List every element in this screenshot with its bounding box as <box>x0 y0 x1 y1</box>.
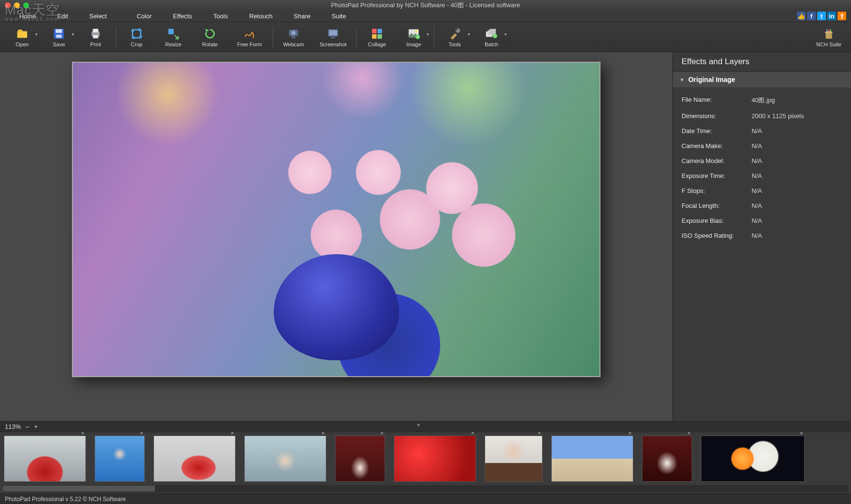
svg-rect-13 <box>329 30 337 35</box>
menu-suite[interactable]: Suite <box>321 11 357 22</box>
metadata-list: File Name:40图.jpgDimensions:2000 x 1125 … <box>673 87 851 248</box>
svg-rect-8 <box>168 28 174 34</box>
image-label: Image <box>406 41 421 47</box>
filmstrip: ×××××××××× <box>0 432 851 493</box>
close-icon[interactable]: × <box>627 432 633 436</box>
toolbar: Open▾Save▾PrintCropResizeRotateFree Form… <box>0 22 851 52</box>
menubar: HomeEditSelectColorEffectsToolsRetouchSh… <box>0 11 851 22</box>
open-label: Open <box>16 41 29 47</box>
webcam-label: Webcam <box>283 41 304 47</box>
meta-value: N/A <box>752 157 762 164</box>
close-icon[interactable]: × <box>798 432 805 436</box>
tools-label: Tools <box>448 41 461 47</box>
canvas-area[interactable] <box>0 52 672 421</box>
nchsuite-button[interactable]: NCH Suite <box>810 23 847 51</box>
chevron-down-icon: ▾ <box>72 32 74 37</box>
meta-row: File Name:40图.jpg <box>682 92 842 109</box>
meta-row: ISO Speed Rating:N/A <box>682 228 842 243</box>
thumbnail[interactable]: × <box>95 436 145 482</box>
close-icon[interactable]: × <box>469 432 476 436</box>
close-icon[interactable]: × <box>685 432 692 436</box>
menu-retouch[interactable]: Retouch <box>238 11 283 22</box>
maximize-icon[interactable] <box>23 2 29 8</box>
toolbar-separator <box>356 27 357 48</box>
minimize-icon[interactable] <box>14 2 20 8</box>
meta-value: 2000 x 1125 pixels <box>752 112 804 120</box>
thumbnail[interactable]: × <box>485 436 543 482</box>
meta-row: Date Time:N/A <box>682 123 842 138</box>
status-bar: PhotoPad Professional v 5.22 © NCH Softw… <box>0 493 851 504</box>
zoom-percent: 113% <box>5 423 21 430</box>
svg-rect-5 <box>93 28 98 32</box>
close-icon[interactable]: × <box>320 432 326 436</box>
thumbnail[interactable]: × <box>4 436 86 482</box>
svg-rect-11 <box>292 36 295 38</box>
tools-button[interactable]: Tools▾ <box>436 23 473 51</box>
menu-share[interactable]: Share <box>283 11 321 22</box>
resize-button[interactable]: Resize <box>155 23 192 51</box>
svg-rect-31 <box>826 29 827 31</box>
meta-key: Date Time: <box>682 127 752 135</box>
close-icon[interactable]: × <box>138 432 145 436</box>
menu-select[interactable]: Select <box>79 11 117 22</box>
rotate-button[interactable]: Rotate <box>192 23 228 51</box>
menu-color[interactable]: Color <box>126 11 162 22</box>
close-icon[interactable] <box>5 2 11 8</box>
open-button[interactable]: Open▾ <box>4 23 41 51</box>
zoom-out-button[interactable]: – <box>26 423 29 430</box>
share-icon[interactable]: ⇪ <box>837 12 846 20</box>
linkedin-icon[interactable]: in <box>827 12 836 20</box>
meta-row: Focal Length:N/A <box>682 198 842 213</box>
facebook-icon[interactable]: f <box>807 12 816 20</box>
canvas-image[interactable] <box>72 62 600 377</box>
status-text: PhotoPad Professional v 5.22 © NCH Softw… <box>5 496 126 503</box>
like-icon[interactable]: 👍 <box>797 12 806 20</box>
svg-rect-30 <box>825 33 832 39</box>
svg-rect-6 <box>93 35 98 38</box>
close-icon[interactable]: × <box>229 432 236 436</box>
freeform-button[interactable]: Free Form <box>228 23 271 51</box>
resize-label: Resize <box>165 41 181 47</box>
crop-button[interactable]: Crop <box>118 23 155 51</box>
thumbnail[interactable]: × <box>701 436 805 482</box>
print-icon <box>88 27 103 41</box>
toolbar-separator <box>434 27 434 48</box>
meta-key: Exposure Time: <box>682 172 752 179</box>
print-button[interactable]: Print <box>77 23 114 51</box>
freeform-label: Free Form <box>237 41 262 47</box>
meta-row: Camera Make:N/A <box>682 138 842 153</box>
collage-button[interactable]: Collage <box>359 23 395 51</box>
twitter-icon[interactable]: t <box>817 12 826 20</box>
tools-icon <box>447 27 462 41</box>
menu-tools[interactable]: Tools <box>203 11 238 22</box>
save-button[interactable]: Save▾ <box>41 23 77 51</box>
meta-value: N/A <box>752 127 762 135</box>
nchsuite-icon <box>822 27 836 41</box>
svg-rect-2 <box>56 29 62 32</box>
webcam-button[interactable]: Webcam <box>275 23 312 51</box>
filmstrip-scrollbar[interactable] <box>3 485 848 492</box>
webcam-icon <box>286 27 301 41</box>
thumbnail[interactable]: × <box>642 436 692 482</box>
menu-effects[interactable]: Effects <box>162 11 203 22</box>
section-original-image[interactable]: ▼ Original Image <box>673 72 851 87</box>
toolbar-separator <box>116 27 116 48</box>
zoom-in-button[interactable]: + <box>34 423 38 430</box>
thumbnail[interactable]: × <box>335 436 385 482</box>
menu-home[interactable]: Home <box>9 11 47 22</box>
rotate-label: Rotate <box>202 41 218 47</box>
close-icon[interactable]: × <box>536 432 543 436</box>
close-icon[interactable]: × <box>79 432 86 436</box>
batch-button[interactable]: +Batch▾ <box>473 23 510 51</box>
thumbnail[interactable]: × <box>551 436 633 482</box>
thumbnail[interactable]: × <box>244 436 326 482</box>
close-icon[interactable]: × <box>378 432 385 436</box>
menu-edit[interactable]: Edit <box>47 11 79 22</box>
thumbnail[interactable]: × <box>394 436 476 482</box>
screenshot-button[interactable]: Screenshot <box>312 23 354 51</box>
chevron-down-icon: ▾ <box>468 32 470 37</box>
meta-row: Exposure Time:N/A <box>682 168 842 183</box>
thumbnail[interactable]: × <box>153 436 236 482</box>
meta-value: N/A <box>752 172 762 179</box>
image-button[interactable]: +Image▾ <box>395 23 432 51</box>
